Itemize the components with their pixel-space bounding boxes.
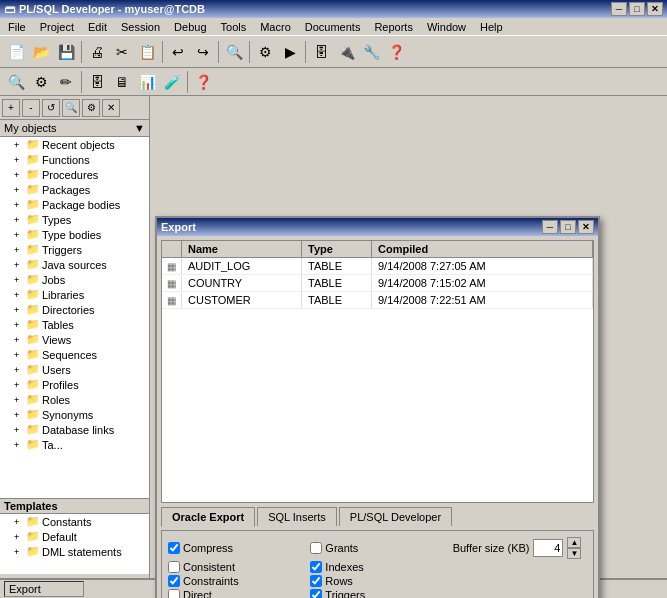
tree-package-bodies[interactable]: + 📁 Package bodies [0, 197, 149, 212]
menu-help[interactable]: Help [474, 20, 509, 34]
spin-down[interactable]: ▼ [567, 548, 581, 559]
menu-reports[interactable]: Reports [368, 20, 419, 34]
expand-all-btn[interactable]: + [2, 99, 20, 117]
compile-button[interactable]: ⚙ [253, 40, 277, 64]
db-button[interactable]: 🗄 [309, 40, 333, 64]
tab-plsql-developer[interactable]: PL/SQL Developer [339, 507, 452, 526]
tree-area[interactable]: + 📁 Recent objects + 📁 Functions + 📁 Pro… [0, 137, 149, 498]
sql-button[interactable]: 🖥 [110, 70, 134, 94]
constraints-checkbox[interactable] [168, 575, 180, 587]
templates-tree[interactable]: + 📁 Constants + 📁 Default + 📁 DML statem… [0, 514, 149, 574]
test-button[interactable]: 🧪 [160, 70, 184, 94]
conn2-button[interactable]: 🗄 [85, 70, 109, 94]
tree-libraries[interactable]: + 📁 Libraries [0, 287, 149, 302]
tools-icon[interactable]: 🔧 [359, 40, 383, 64]
tree-item-label: Default [42, 531, 77, 543]
menu-session[interactable]: Session [115, 20, 166, 34]
dialog-title-bar: Export ─ □ ✕ [157, 218, 598, 236]
tree-tables[interactable]: + 📁 Tables [0, 317, 149, 332]
folder-icon: 📁 [26, 545, 40, 558]
menu-project[interactable]: Project [34, 20, 80, 34]
table-header: Name Type Compiled [162, 241, 593, 258]
tree-synonyms[interactable]: + 📁 Synonyms [0, 407, 149, 422]
folder-icon: 📁 [26, 515, 40, 528]
dialog-minimize-btn[interactable]: ─ [542, 220, 558, 234]
title-bar-buttons: ─ □ ✕ [611, 2, 663, 16]
expand-icon: + [14, 155, 26, 165]
menu-window[interactable]: Window [421, 20, 472, 34]
menu-edit[interactable]: Edit [82, 20, 113, 34]
indexes-label: Indexes [325, 561, 364, 573]
grants-checkbox[interactable] [310, 542, 322, 554]
template-default[interactable]: + 📁 Default [0, 529, 149, 544]
dialog-maximize-btn[interactable]: □ [560, 220, 576, 234]
tree-recent-objects[interactable]: + 📁 Recent objects [0, 137, 149, 152]
maximize-button[interactable]: □ [629, 2, 645, 16]
search-button[interactable]: 🔍 [222, 40, 246, 64]
tree-profiles[interactable]: + 📁 Profiles [0, 377, 149, 392]
find-button[interactable]: ⚙ [29, 70, 53, 94]
tree-roles[interactable]: + 📁 Roles [0, 392, 149, 407]
tab-oracle-export[interactable]: Oracle Export [161, 507, 255, 527]
cut-button[interactable]: ✂ [110, 40, 134, 64]
folder-icon: 📁 [26, 258, 40, 271]
tree-views[interactable]: + 📁 Views [0, 332, 149, 347]
conn-button[interactable]: 🔌 [334, 40, 358, 64]
dialog-close-btn[interactable]: ✕ [578, 220, 594, 234]
open-button[interactable]: 📂 [29, 40, 53, 64]
tree-users[interactable]: + 📁 Users [0, 362, 149, 377]
save-button[interactable]: 💾 [54, 40, 78, 64]
tree-directories[interactable]: + 📁 Directories [0, 302, 149, 317]
table-row[interactable]: ▦ CUSTOMER TABLE 9/14/2008 7:22:51 AM [162, 292, 593, 309]
new-button[interactable]: 📄 [4, 40, 28, 64]
search2-button[interactable]: 🔍 [4, 70, 28, 94]
close-panel-btn[interactable]: ✕ [102, 99, 120, 117]
redo-button[interactable]: ↪ [191, 40, 215, 64]
settings-btn[interactable]: ⚙ [82, 99, 100, 117]
direct-checkbox[interactable] [168, 589, 180, 598]
tree-packages[interactable]: + 📁 Packages [0, 182, 149, 197]
tree-functions[interactable]: + 📁 Functions [0, 152, 149, 167]
compress-checkbox[interactable] [168, 542, 180, 554]
help-icon[interactable]: ❓ [384, 40, 408, 64]
close-button[interactable]: ✕ [647, 2, 663, 16]
undo-button[interactable]: ↩ [166, 40, 190, 64]
menu-debug[interactable]: Debug [168, 20, 212, 34]
copy-button[interactable]: 📋 [135, 40, 159, 64]
proc-button[interactable]: 📊 [135, 70, 159, 94]
table-row[interactable]: ▦ AUDIT_LOG TABLE 9/14/2008 7:27:05 AM [162, 258, 593, 275]
expand-icon: + [14, 380, 26, 390]
print-button[interactable]: 🖨 [85, 40, 109, 64]
tree-java-sources[interactable]: + 📁 Java sources [0, 257, 149, 272]
minimize-button[interactable]: ─ [611, 2, 627, 16]
spin-up[interactable]: ▲ [567, 537, 581, 548]
template-dml[interactable]: + 📁 DML statements [0, 544, 149, 559]
tree-types[interactable]: + 📁 Types [0, 212, 149, 227]
tree-ta[interactable]: + 📁 Ta... [0, 437, 149, 452]
rows-checkbox[interactable] [310, 575, 322, 587]
pencil-button[interactable]: ✏ [54, 70, 78, 94]
question-button[interactable]: ❓ [191, 70, 215, 94]
tree-procedures[interactable]: + 📁 Procedures [0, 167, 149, 182]
triggers-checkbox[interactable] [310, 589, 322, 598]
refresh-btn[interactable]: ↺ [42, 99, 60, 117]
tab-sql-inserts[interactable]: SQL Inserts [257, 507, 337, 526]
app-title: PL/SQL Developer - myuser@TCDB [19, 3, 205, 15]
menu-file[interactable]: File [2, 20, 32, 34]
run-button[interactable]: ▶ [278, 40, 302, 64]
consistent-checkbox[interactable] [168, 561, 180, 573]
tree-jobs[interactable]: + 📁 Jobs [0, 272, 149, 287]
template-constants[interactable]: + 📁 Constants [0, 514, 149, 529]
indexes-checkbox[interactable] [310, 561, 322, 573]
tree-type-bodies[interactable]: + 📁 Type bodies [0, 227, 149, 242]
tree-sequences[interactable]: + 📁 Sequences [0, 347, 149, 362]
menu-tools[interactable]: Tools [215, 20, 253, 34]
collapse-all-btn[interactable]: - [22, 99, 40, 117]
menu-macro[interactable]: Macro [254, 20, 297, 34]
buffer-input[interactable] [533, 539, 563, 557]
tree-db-links[interactable]: + 📁 Database links [0, 422, 149, 437]
search-btn[interactable]: 🔍 [62, 99, 80, 117]
tree-triggers[interactable]: + 📁 Triggers [0, 242, 149, 257]
menu-documents[interactable]: Documents [299, 20, 367, 34]
table-row[interactable]: ▦ COUNTRY TABLE 9/14/2008 7:15:02 AM [162, 275, 593, 292]
